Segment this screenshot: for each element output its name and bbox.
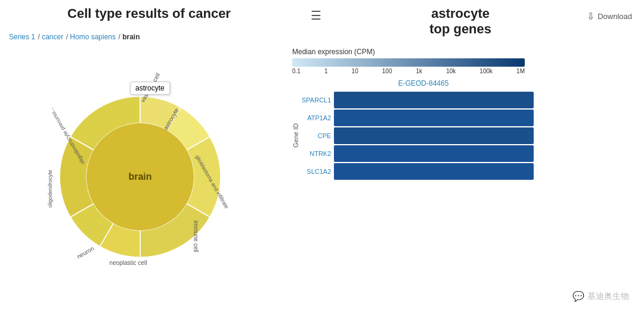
legend-title: Median expression (CPM) <box>292 48 632 56</box>
gene-id-axis-label: Gene ID <box>292 91 299 180</box>
immune-cell-label: immune cell <box>193 220 199 252</box>
right-title-line1: astrocyte <box>334 6 587 21</box>
heatmap-bars <box>334 92 534 180</box>
watermark-icon: 💬 <box>572 291 584 302</box>
dataset-label[interactable]: E-GEOD-84465 <box>322 79 525 88</box>
legend-label-5: 10k <box>446 68 456 74</box>
gene-label-3: NTRK2 <box>302 145 331 162</box>
neuron-label: neuron <box>76 245 95 260</box>
heatmap-bar-1[interactable] <box>334 110 534 126</box>
page-title: Cell type results of cancer <box>67 6 231 21</box>
heatmap-bar-3[interactable] <box>334 145 534 162</box>
legend-label-2: 10 <box>352 68 358 74</box>
gene-label-1: ATP1A2 <box>302 110 331 126</box>
legend-label-4: 1k <box>416 68 423 74</box>
legend-gradient <box>292 58 525 67</box>
legend-label-0: 0.1 <box>292 68 301 74</box>
legend-label-7: 1M <box>516 68 525 74</box>
breadcrumb-cancer[interactable]: cancer <box>42 33 63 41</box>
legend-labels-row: 0.1 1 10 100 1k 10k 100k 1M <box>292 68 525 74</box>
neoplastic-label: neoplastic cell <box>110 260 147 266</box>
gene-label-4: SLC1A2 <box>302 163 331 180</box>
gene-label-2: CPE <box>302 127 331 144</box>
download-button[interactable]: ⇩ Download <box>587 6 632 22</box>
oligodendrocyte-label: oligodendrocyte <box>47 170 53 208</box>
breadcrumb-species[interactable]: Homo sapiens <box>70 33 116 41</box>
heatmap-bar-2[interactable] <box>334 127 534 144</box>
watermark: 💬 基迪奥生物 <box>572 291 629 302</box>
download-icon: ⇩ <box>587 11 595 22</box>
legend-container: Median expression (CPM) 0.1 1 10 100 1k … <box>292 48 632 74</box>
hamburger-icon[interactable]: ☰ <box>311 8 321 23</box>
breadcrumb-series[interactable]: Series 1 <box>9 33 35 41</box>
download-label: Download <box>597 12 632 21</box>
heatmap-bar-4[interactable] <box>334 163 534 180</box>
gene-label-0: SPARCL1 <box>302 92 331 108</box>
svg-text:brain: brain <box>128 171 151 182</box>
sunburst-tooltip: astrocyte <box>130 82 170 95</box>
legend-label-1: 1 <box>324 68 328 74</box>
breadcrumb-tissue: brain <box>122 33 140 41</box>
sunburst-chart[interactable]: brain <box>27 61 253 293</box>
heatmap-bar-0[interactable] <box>334 92 534 108</box>
legend-label-3: 100 <box>382 68 392 74</box>
legend-label-6: 100k <box>479 68 493 74</box>
